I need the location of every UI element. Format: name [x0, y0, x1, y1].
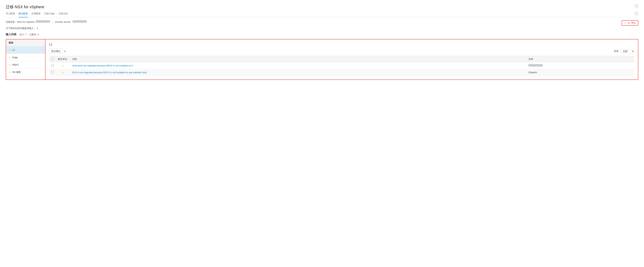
toolbar-right: 查看: 全部 未解决 已解决	[614, 49, 634, 54]
col-example: 实例	[526, 56, 634, 62]
input-list-resolved: 已解决: 0	[29, 33, 39, 36]
row1-warn-icon: ⚠	[62, 64, 64, 67]
col-message: 消息	[70, 56, 526, 62]
col-status: 解决状态	[56, 56, 70, 62]
detail-toolbar: 批允通认 ℹ 查看: 全部 未解决 已解决	[49, 49, 634, 54]
breadcrumb-item-migrate-config[interactable]: 迁移配置	[31, 12, 40, 15]
row1-checkbox[interactable]	[51, 64, 54, 67]
sidebar-label-l2: L2	[12, 49, 15, 51]
page-header: 迁移 NSX for vSphere ?	[6, 4, 638, 10]
nsx-value	[36, 20, 50, 23]
breadcrumb-item-import[interactable]: 导入配置	[6, 12, 15, 15]
select-all-checkbox[interactable]	[51, 58, 54, 60]
row2-message: DVS is not migrated because NSXV is not …	[70, 69, 526, 76]
sidebar-label-rbac: RBAC	[12, 63, 19, 66]
row2-status: ⚠	[56, 69, 70, 76]
warn-icon-rbac: ⚠	[8, 63, 11, 66]
page-title: 迁移 NSX for vSphere	[6, 4, 44, 10]
breadcrumb-sep-4: ›	[56, 13, 57, 15]
detail-panel: L2 批允通认 ℹ 查看: 全部 未解决 已解决	[46, 39, 638, 80]
separator: |	[52, 21, 53, 23]
row2-checkbox[interactable]	[51, 71, 54, 73]
page-container: 迁移 NSX for vSphere ? 导入配置 › 解决配置 › 迁移配置 …	[0, 0, 644, 267]
vcenter-value	[72, 20, 87, 23]
row2-checkbox-cell	[49, 69, 56, 76]
breadcrumb-item-migrate-host[interactable]: 迁移主机	[58, 12, 68, 15]
row2-message-link[interactable]: DVS is not migrated because NSXV is not …	[72, 71, 147, 74]
breadcrumb-sep-1: ›	[16, 13, 17, 15]
breadcrumb-item-resolve[interactable]: 解决配置	[18, 12, 28, 17]
sidebar-label-ns-service: NS 服务	[12, 71, 21, 74]
breadcrumb-sep-2: ›	[29, 13, 30, 15]
table-row: ⚠ DVS is not migrated because NSXV is no…	[49, 69, 634, 76]
warning-badge-icon: ⚠	[624, 22, 626, 24]
row1-example	[526, 62, 634, 69]
main-content: 类别 ⚠ L2 › ⚠ Edge ⚠ RBAC ⚠ NS 服务 L2	[6, 39, 638, 80]
sub-info-text: 为下面列出的问题提供输入。	[6, 27, 36, 30]
sidebar: 类别 ⚠ L2 › ⚠ Edge ⚠ RBAC ⚠ NS 服务	[6, 39, 46, 80]
migration-info: 迁移范至: NSX for vSphere: | vCenter Server:…	[6, 20, 638, 26]
input-list-total: 总计: 7	[19, 33, 26, 36]
warn-icon-l2: ⚠	[8, 49, 11, 51]
input-list-header: 输入列表 总计: 7 已解决: 0	[6, 33, 638, 36]
row1-message-link[interactable]: Host won't be migrated because NSXV is n…	[72, 64, 133, 67]
warn-icon-ns-service: ⚠	[8, 71, 11, 74]
nsx-label: NSX for vSphere:	[17, 21, 35, 23]
header-right-icons: ?	[635, 4, 638, 8]
sidebar-item-l2[interactable]: ⚠ L2 ›	[6, 46, 45, 54]
sidebar-item-ns-service[interactable]: ⚠ NS 服务	[6, 68, 45, 76]
sidebar-item-rbac[interactable]: ⚠ RBAC	[6, 61, 45, 68]
info-icon[interactable]: ℹ	[37, 27, 38, 30]
sidebar-label-edge: Edge	[12, 56, 18, 59]
row2-example: DSwitch	[526, 69, 634, 76]
detail-title: L2	[49, 43, 634, 46]
migration-source-line: 迁移范至: NSX for vSphere: | vCenter Server:	[6, 20, 87, 24]
warn-icon-edge: ⚠	[8, 56, 11, 59]
row2-warn-icon: ⚠	[62, 71, 64, 74]
col-checkbox	[49, 56, 56, 62]
acknowledge-button[interactable]: 批允通认	[49, 49, 63, 54]
table-row: ⚠ Host won't be migrated because NSXV is…	[49, 62, 634, 69]
row1-status: ⚠	[56, 62, 70, 69]
chevron-icon-l2: ›	[42, 49, 42, 51]
vcenter-label: vCenter Server:	[55, 21, 71, 23]
filter-label: 查看:	[614, 50, 619, 53]
row1-checkbox-cell	[49, 62, 56, 69]
sidebar-item-edge[interactable]: ⚠ Edge	[6, 54, 45, 61]
table-header-row: 解决状态 消息 实例	[49, 56, 634, 62]
warning-badge-label: 警告	[631, 21, 636, 25]
detail-table: 解决状态 消息 实例 ⚠ Host won't be m	[49, 56, 634, 76]
breadcrumb: 导入配置 › 解决配置 › 迁移配置 › 迁移 Edge › 迁移主机 ?	[6, 12, 638, 17]
help-icon[interactable]: ?	[635, 4, 638, 8]
migration-to-label: 迁移范至:	[6, 21, 16, 23]
input-list-label: 输入列表	[6, 33, 16, 36]
warning-badge[interactable]: ⚠ 13 警告	[622, 20, 638, 26]
warning-badge-count: 13	[628, 22, 630, 24]
breadcrumb-sep-3: ›	[42, 13, 43, 15]
row1-message: Host won't be migrated because NSXV is n…	[70, 62, 526, 69]
toolbar-left: 批允通认 ℹ	[49, 49, 65, 54]
acknowledge-info-icon[interactable]: ℹ	[64, 50, 65, 53]
breadcrumb-help-icon[interactable]: ?	[635, 12, 638, 16]
row1-example-ip	[528, 64, 543, 67]
row2-example-text: DSwitch	[528, 71, 537, 74]
breadcrumb-item-migrate-edge[interactable]: 迁移 Edge	[44, 12, 55, 15]
filter-select[interactable]: 全部 未解决 已解决	[620, 49, 634, 54]
sidebar-header: 类别	[6, 39, 45, 46]
sub-info: 为下面列出的问题提供输入。 ℹ	[6, 27, 638, 30]
